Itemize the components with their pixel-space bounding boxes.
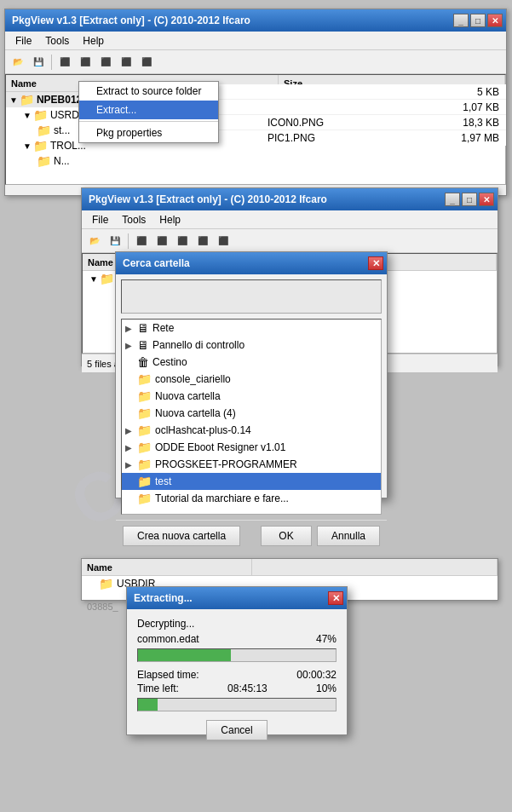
progress-bar-2-bg bbox=[137, 698, 337, 711]
ctx-pkg-props[interactable]: Pkg properties bbox=[79, 124, 218, 142]
file-row-3[interactable]: 🖼 PIC1.PNG 1,97 MB bbox=[175, 130, 506, 146]
nuova1-label: Nuova cartella bbox=[155, 390, 221, 402]
nuova1-icon: 📁 bbox=[137, 389, 152, 403]
toolbar-open[interactable]: 📂 bbox=[9, 53, 27, 72]
folder-row-prog[interactable]: ▶ 📁 PROGSKEET-PROGRAMMER bbox=[122, 456, 381, 473]
menu-file[interactable]: File bbox=[9, 32, 38, 49]
file-row-1[interactable]: ..T 1,07 KB bbox=[175, 100, 506, 115]
progress-bar-1-bg bbox=[137, 648, 337, 662]
toolbar-btn3[interactable]: ⬛ bbox=[96, 53, 115, 72]
second-toolbar-btn2[interactable]: ⬛ bbox=[152, 232, 171, 251]
second-toolbar-btn5[interactable]: ⬛ bbox=[214, 232, 233, 251]
second-root-arrow: ▼ bbox=[89, 274, 98, 284]
second-title: PkgView v1.3 [Extract only] - (C) 2010-2… bbox=[89, 193, 445, 205]
progress-bar-1-fill bbox=[138, 649, 231, 661]
rete-label: Rete bbox=[152, 322, 174, 334]
toolbar-btn5[interactable]: ⬛ bbox=[137, 53, 156, 72]
file-row-0[interactable]: ..T 5 KB bbox=[175, 84, 506, 100]
folder-row-ocl[interactable]: ▶ 📁 oclHashcat-plus-0.14 bbox=[122, 422, 381, 439]
folder-row-test[interactable]: 📁 test bbox=[122, 473, 381, 490]
file-row-2[interactable]: 🖼 ICON0.PNG 18,3 KB bbox=[175, 115, 506, 130]
btn-ok[interactable]: OK bbox=[261, 526, 312, 546]
extracting-close[interactable]: ✕ bbox=[328, 591, 343, 605]
second-toolbar-btn3[interactable]: ⬛ bbox=[173, 232, 192, 251]
toolbar-btn4[interactable]: ⬛ bbox=[117, 53, 135, 72]
folder-row-pannello[interactable]: ▶ 🖥 Pannello di controllo bbox=[122, 337, 381, 354]
toolbar-save[interactable]: 💾 bbox=[29, 53, 48, 72]
folder-tree[interactable]: ▶ 🖥 Rete ▶ 🖥 Pannello di controllo 🗑 Ces… bbox=[121, 319, 382, 515]
nuova4-label: Nuova cartella (4) bbox=[155, 407, 236, 419]
ctx-extract[interactable]: Extract... bbox=[79, 101, 218, 119]
main-titlebar: PkgView v1.3 [Extract only] - (C) 2010-2… bbox=[5, 9, 506, 32]
elapsed-label: Elapsed time: bbox=[137, 669, 199, 681]
root-collapse-icon: ▼ bbox=[9, 95, 18, 105]
second-menu-help[interactable]: Help bbox=[152, 211, 187, 228]
cestino-label: Cestino bbox=[152, 356, 187, 368]
root-folder-icon: 📁 bbox=[20, 93, 34, 107]
cerca-dialog: Cerca cartella ✕ ▶ 🖥 Rete ▶ 🖥 Pannello d… bbox=[115, 251, 388, 498]
menu-tools[interactable]: Tools bbox=[38, 32, 76, 49]
toolbar: 📂 💾 ⬛ ⬛ ⬛ ⬛ ⬛ bbox=[5, 50, 506, 74]
second-minimize[interactable]: _ bbox=[445, 193, 460, 206]
second-toolbar-open[interactable]: 📂 bbox=[85, 232, 104, 251]
usrd-collapse-icon: ▼ bbox=[23, 111, 32, 120]
second-close[interactable]: ✕ bbox=[479, 193, 494, 206]
cestino-icon: 🗑 bbox=[137, 355, 149, 369]
nuova4-icon: 📁 bbox=[137, 406, 152, 420]
main-title: PkgView v1.3 [Extract only] - (C) 2010-2… bbox=[12, 14, 453, 26]
toolbar-btn2[interactable]: ⬛ bbox=[76, 53, 95, 72]
test-icon: 📁 bbox=[137, 475, 152, 488]
pannello-arrow: ▶ bbox=[125, 341, 135, 350]
pannello-label: Pannello di controllo bbox=[152, 339, 244, 351]
minimize-button[interactable]: _ bbox=[453, 14, 469, 27]
cerca-titlebar: Cerca cartella ✕ bbox=[116, 252, 387, 274]
usrd-label: USRD bbox=[50, 109, 79, 121]
second-menu-file[interactable]: File bbox=[85, 211, 115, 228]
file-rows: ..T 5 KB ..T 1,07 KB 🖼 ICON0.PNG 18,3 KB… bbox=[175, 84, 506, 146]
prog-icon: 📁 bbox=[137, 458, 152, 471]
second-titlebar: PkgView v1.3 [Extract only] - (C) 2010-2… bbox=[82, 188, 498, 210]
cerca-ok-cancel: OK Annulla bbox=[261, 526, 380, 546]
btn-new-folder[interactable]: Crea nuova cartella bbox=[123, 526, 240, 546]
toolbar-btn1[interactable]: ⬛ bbox=[55, 53, 74, 72]
timeleft-row: Time left: 08:45:13 10% bbox=[137, 682, 337, 694]
menu-help[interactable]: Help bbox=[76, 32, 111, 49]
st-folder-icon: 📁 bbox=[37, 124, 51, 137]
second-toolbar-btn1[interactable]: ⬛ bbox=[132, 232, 151, 251]
btn-cancel-cerca[interactable]: Annulla bbox=[317, 526, 380, 546]
ctx-extract-source[interactable]: Extract to source folder bbox=[79, 82, 218, 101]
console-icon: 📁 bbox=[137, 372, 152, 386]
maximize-button[interactable]: □ bbox=[470, 14, 486, 27]
cerca-close[interactable]: ✕ bbox=[368, 256, 383, 270]
ctx-sep bbox=[79, 121, 218, 122]
cerca-title: Cerca cartella bbox=[123, 257, 190, 269]
second-toolbar: 📂 💾 ⬛ ⬛ ⬛ ⬛ ⬛ bbox=[82, 229, 498, 253]
folder-row-cestino[interactable]: 🗑 Cestino bbox=[122, 354, 381, 371]
cerca-footer: Crea nuova cartella OK Annulla bbox=[116, 520, 387, 551]
odde-label: ODDE Eboot Resigner v1.01 bbox=[155, 441, 285, 453]
folder-row-tutorial[interactable]: 📁 Tutorial da marchiare e fare... bbox=[122, 490, 381, 507]
folder-row-odde[interactable]: ▶ 📁 ODDE Eboot Resigner v1.01 bbox=[122, 439, 381, 456]
col-size-bg bbox=[252, 559, 498, 575]
second-maximize[interactable]: □ bbox=[462, 193, 477, 206]
folder-row-console[interactable]: 📁 console_ciariello bbox=[122, 371, 381, 388]
second-toolbar-sep bbox=[128, 233, 129, 249]
menu-bar: File Tools Help bbox=[5, 32, 506, 50]
console-label: console_ciariello bbox=[155, 373, 231, 385]
tree-row-n[interactable]: 📁 N... bbox=[6, 153, 505, 169]
toolbar-sep1 bbox=[51, 55, 52, 70]
odde-icon: 📁 bbox=[137, 441, 152, 454]
extracting-titlebar: Extracting... ✕ bbox=[127, 587, 347, 609]
btn-cancel-extract[interactable]: Cancel bbox=[206, 720, 267, 740]
folder-row-nuova1[interactable]: 📁 Nuova cartella bbox=[122, 388, 381, 405]
trol-folder-icon: 📁 bbox=[33, 139, 48, 153]
folder-row-rete[interactable]: ▶ 🖥 Rete bbox=[122, 320, 381, 337]
folder-row-nuova4[interactable]: 📁 Nuova cartella (4) bbox=[122, 405, 381, 422]
cerca-body: ▶ 🖥 Rete ▶ 🖥 Pannello di controllo 🗑 Ces… bbox=[116, 274, 387, 520]
second-toolbar-btn4[interactable]: ⬛ bbox=[193, 232, 212, 251]
second-toolbar-save[interactable]: 💾 bbox=[106, 232, 124, 251]
second-menu-tools[interactable]: Tools bbox=[115, 211, 152, 228]
close-button[interactable]: ✕ bbox=[487, 14, 503, 27]
cerca-preview bbox=[121, 279, 382, 314]
extracting-status: Decrypting... bbox=[137, 618, 337, 630]
